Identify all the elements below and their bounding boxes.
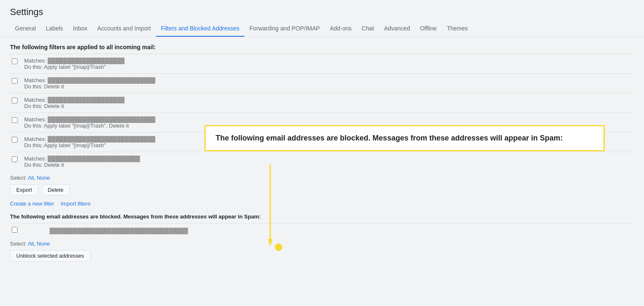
- filter-checkbox-4[interactable]: [12, 117, 18, 123]
- filter-links: Create a new filter Import filters: [10, 201, 634, 207]
- page-wrapper: Settings General Labels Inbox Accounts a…: [0, 0, 644, 301]
- blocked-section-title: The following email addresses are blocke…: [10, 213, 634, 220]
- matches-label-2: Matches:: [24, 77, 48, 83]
- filter-checkbox-2[interactable]: [12, 78, 18, 84]
- tab-labels[interactable]: Labels: [41, 21, 68, 37]
- filters-table: Matches: ████████████████████ Do this: A…: [10, 54, 634, 171]
- create-filter-link[interactable]: Create a new filter: [10, 201, 54, 207]
- matches-label-3: Matches:: [24, 97, 48, 103]
- table-row: Matches: ████████████████████ Do this: D…: [10, 93, 634, 113]
- action-text-3: Do this: Delete it: [24, 103, 632, 109]
- filter-btn-row: Export Delete: [10, 184, 634, 196]
- tab-chat[interactable]: Chat: [357, 21, 379, 37]
- filter-select-all[interactable]: All: [28, 175, 34, 181]
- matches-email-1: ████████████████████: [48, 58, 124, 64]
- blocked-select-label: Select:: [10, 241, 27, 247]
- blocked-table: ████████████████████████████████████: [10, 223, 634, 237]
- tab-general[interactable]: General: [10, 21, 41, 37]
- import-filters-link[interactable]: Import filters: [61, 201, 91, 207]
- filter-checkbox-5[interactable]: [12, 137, 18, 143]
- table-row: Matches: ████████████████████████████ Do…: [10, 133, 634, 152]
- filter-checkbox-3[interactable]: [12, 98, 18, 103]
- action-text-4: Do this: Apply label "[Imap]/Trash", Del…: [24, 123, 632, 129]
- matches-email-4: ████████████████████████████: [48, 116, 155, 123]
- page-title: Settings: [0, 0, 644, 21]
- tab-addons[interactable]: Add-ons: [325, 21, 357, 37]
- matches-label-5: Matches:: [24, 136, 48, 142]
- blocked-email-1: ████████████████████████████████████: [50, 228, 188, 234]
- table-row: Matches: ████████████████████████████ Do…: [10, 74, 634, 93]
- table-row: Matches: ████████████████████████ Do thi…: [10, 152, 634, 172]
- table-row: Matches: ████████████████████ Do this: A…: [10, 54, 634, 74]
- filter-checkbox-6[interactable]: [12, 156, 18, 162]
- tab-filters[interactable]: Filters and Blocked Addresses: [156, 21, 244, 37]
- action-text-2: Do this: Delete it: [24, 83, 632, 90]
- tab-forwarding[interactable]: Forwarding and POP/IMAP: [244, 21, 325, 37]
- action-text-5: Do this: Apply label "[Imap]/Trash": [24, 142, 632, 148]
- tab-advanced[interactable]: Advanced: [379, 21, 415, 37]
- tab-themes[interactable]: Themes: [442, 21, 473, 37]
- main-content: The following filters are applied to all…: [0, 37, 644, 301]
- table-row: Matches: ████████████████████████████ Do…: [10, 113, 634, 133]
- filter-select-label: Select:: [10, 175, 27, 181]
- matches-label-6: Matches:: [24, 156, 48, 162]
- filter-select-none[interactable]: None: [37, 175, 50, 181]
- action-text-1: Do this: Apply label "[Imap]/Trash": [24, 64, 632, 70]
- delete-button[interactable]: Delete: [42, 184, 70, 196]
- tab-inbox[interactable]: Inbox: [68, 21, 92, 37]
- action-text-6: Do this: Delete it: [24, 162, 632, 168]
- tab-offline[interactable]: Offline: [415, 21, 442, 37]
- matches-email-3: ████████████████████: [48, 97, 124, 103]
- tabs-bar: General Labels Inbox Accounts and Import…: [0, 21, 644, 37]
- matches-email-6: ████████████████████████: [48, 156, 140, 162]
- export-button[interactable]: Export: [10, 184, 38, 196]
- blocked-select-all[interactable]: All: [28, 241, 34, 247]
- unblock-button[interactable]: Unblock selected addresses: [10, 250, 91, 261]
- blocked-checkbox-1[interactable]: [12, 227, 18, 233]
- blocked-select-none[interactable]: None: [37, 241, 50, 247]
- matches-email-2: ████████████████████████████: [48, 77, 155, 83]
- blocked-select-row: Select: All, None: [10, 241, 634, 247]
- blocked-btn-row: Unblock selected addresses: [10, 250, 634, 261]
- yellow-dot-indicator: [275, 243, 282, 251]
- matches-email-5: ████████████████████████████: [48, 136, 155, 142]
- filter-checkbox-1[interactable]: [12, 58, 18, 64]
- matches-label-1: Matches:: [24, 58, 48, 64]
- matches-label-4: Matches:: [24, 116, 48, 123]
- table-row: ████████████████████████████████████: [10, 223, 634, 238]
- filters-section-title: The following filters are applied to all…: [10, 44, 634, 50]
- tab-accounts[interactable]: Accounts and Import: [92, 21, 156, 37]
- filter-select-row: Select: All, None: [10, 175, 634, 181]
